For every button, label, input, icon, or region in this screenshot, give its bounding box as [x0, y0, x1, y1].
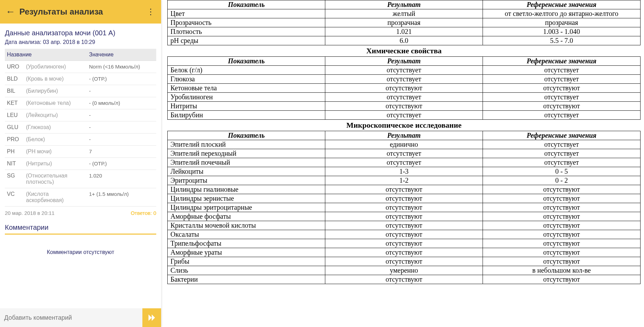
table-row: Эпителий почечный отсутствует отсутствуе…: [168, 158, 641, 167]
cell-indicator: Прозрачность: [168, 18, 325, 27]
cell-indicator: Плотность: [168, 27, 325, 36]
cell-reference: отсутствует: [483, 158, 641, 167]
cell-result: отсутствуют: [325, 248, 483, 257]
cell-reference: отсутствуют: [483, 221, 641, 230]
table-row[interactable]: BIL (Билирубин) -: [5, 85, 156, 97]
cell-reference: отсутствует: [483, 111, 641, 120]
table-row: Белок (г/л) отсутствует отсутствует: [168, 66, 641, 75]
cell-reference: отсутствует: [483, 93, 641, 102]
table-row: Трипельфосфаты отсутствуют отсутствуют: [168, 239, 641, 248]
row-desc: (Кровь в моче): [24, 73, 87, 85]
table-row: Кристаллы мочевой кислоты отсутствуют от…: [168, 221, 641, 230]
row-code: SG: [5, 170, 24, 188]
chevron-double-right-icon: [147, 313, 157, 323]
cell-result: отсутствуют: [325, 230, 483, 239]
cell-reference: 0 - 2: [483, 176, 641, 185]
table-row[interactable]: SG (Относительная плотность) 1.020: [5, 170, 156, 188]
cell-indicator: Оксалаты: [168, 230, 325, 239]
section-title: Данные анализатора мочи (001 А): [5, 29, 156, 37]
col-result: Результат: [325, 57, 483, 66]
chemical-table: Показатель Результат Референсные значени…: [167, 56, 641, 120]
cell-indicator: Кристаллы мочевой кислоты: [168, 221, 325, 230]
back-arrow-icon[interactable]: ←: [6, 6, 19, 17]
cell-reference: отсутствует: [483, 66, 641, 75]
table-row: Эритроциты 1-2 0 - 2: [168, 176, 641, 185]
row-value: 1+ (1.5 ммоль/л): [87, 188, 156, 207]
table-row[interactable]: KET (Кетоновые тела) - (0 ммоль/л): [5, 97, 156, 109]
microscopy-title: Микроскопическое исследование: [167, 120, 641, 131]
table-row: Цвет желтый от светло-желтого до янтарно…: [168, 9, 641, 18]
cell-reference: отсутствуют: [483, 257, 641, 266]
appbar-title: Результаты анализа: [19, 7, 103, 17]
cell-indicator: Грибы: [168, 257, 325, 266]
cell-indicator: Трипельфосфаты: [168, 239, 325, 248]
cell-reference: отсутствуют: [483, 275, 641, 284]
row-desc: (Лейкоциты): [24, 109, 87, 121]
table-row: Цилиндры зернистые отсутствуют отсутству…: [168, 194, 641, 203]
table-row[interactable]: NIT (Нитриты) - (ОТР.): [5, 158, 156, 170]
cell-indicator: Бактерии: [168, 275, 325, 284]
row-value: - (0 ммоль/л): [87, 97, 156, 109]
content-area: Данные анализатора мочи (001 А) Дата ана…: [0, 24, 161, 308]
table-row: Оксалаты отсутствуют отсутствуют: [168, 230, 641, 239]
row-desc: (PH мочи): [24, 146, 87, 158]
table-row: pH среды 6.0 5.5 - 7.0: [168, 36, 641, 45]
cell-result: отсутствуют: [325, 239, 483, 248]
cell-indicator: Кетоновые тела: [168, 84, 325, 93]
table-row[interactable]: PRO (Белок) -: [5, 134, 156, 146]
cell-indicator: pH среды: [168, 36, 325, 45]
cell-result: прозрачная: [325, 18, 483, 27]
cell-indicator: Эритроциты: [168, 176, 325, 185]
cell-reference: отсутствуют: [483, 239, 641, 248]
row-desc: (Белок): [24, 134, 87, 146]
table-row[interactable]: GLU (Глюкоза) -: [5, 121, 156, 134]
row-code: BLD: [5, 73, 24, 85]
divider-accent: [5, 234, 156, 235]
more-icon[interactable]: ⋮: [147, 7, 155, 17]
cell-indicator: Эпителий плоский: [168, 140, 325, 149]
cell-result: отсутствуют: [325, 185, 483, 194]
table-row: Бактерии отсутствуют отсутствуют: [168, 275, 641, 284]
row-desc: (Глюкоза): [24, 121, 87, 134]
table-row[interactable]: VC (Кислота аскорбиновая) 1+ (1.5 ммоль/…: [5, 188, 156, 207]
cell-indicator: Цилиндры эритроцитарные: [168, 203, 325, 212]
cell-result: 6.0: [325, 36, 483, 45]
cell-result: единично: [325, 140, 483, 149]
send-button[interactable]: [142, 308, 161, 327]
row-value: - (ОТР.): [87, 158, 156, 170]
footer-answers-count[interactable]: Ответов: 0: [131, 210, 156, 216]
row-value: -: [87, 134, 156, 146]
cell-reference: отсутствуют: [483, 84, 641, 93]
cell-result: отсутствуют: [325, 221, 483, 230]
table-row[interactable]: URO (Уробилиноген) Norm (<16 Мкмоль/л): [5, 61, 156, 73]
table-row: Глюкоза отсутствует отсутствует: [168, 75, 641, 84]
timestamp-row: 20 мар. 2018 в 20:11 Ответов: 0: [5, 207, 156, 219]
section-date: Дата анализа: 03 апр. 2018 в 10:29: [5, 39, 156, 45]
col-header-name: Название: [5, 49, 87, 61]
table-row[interactable]: LEU (Лейкоциты) -: [5, 109, 156, 121]
row-desc: (Билирубин): [24, 85, 87, 97]
table-row[interactable]: BLD (Кровь в моче) - (ОТР.): [5, 73, 156, 85]
cell-reference: отсутствует: [483, 140, 641, 149]
row-code: GLU: [5, 121, 24, 134]
col-result: Результат: [325, 0, 483, 9]
table-row: Нитриты отсутствуют отсутствуют: [168, 102, 641, 111]
row-code: PRO: [5, 134, 24, 146]
results-table: Название Значение URO (Уробилиноген) Nor…: [5, 49, 156, 207]
table-row: Плотность 1.021 1.003 - 1.040: [168, 27, 641, 36]
cell-reference: отсутствуют: [483, 212, 641, 221]
cell-indicator: Цвет: [168, 9, 325, 18]
comment-input-wrap: [0, 308, 161, 327]
row-code: NIT: [5, 158, 24, 170]
col-reference: Референсные значения: [483, 57, 641, 66]
cell-reference: 0 - 5: [483, 167, 641, 176]
table-row: Слизь умеренно в небольшом кол-ве: [168, 266, 641, 275]
comment-input[interactable]: [0, 314, 142, 321]
cell-reference: в небольшом кол-ве: [483, 266, 641, 275]
table-row[interactable]: PH (PH мочи) 7: [5, 146, 156, 158]
comments-title: Комментарии: [5, 224, 156, 231]
cell-reference: отсутствуют: [483, 203, 641, 212]
col-reference: Референсные значения: [483, 0, 641, 9]
cell-indicator: Эпителий почечный: [168, 158, 325, 167]
row-value: -: [87, 109, 156, 121]
